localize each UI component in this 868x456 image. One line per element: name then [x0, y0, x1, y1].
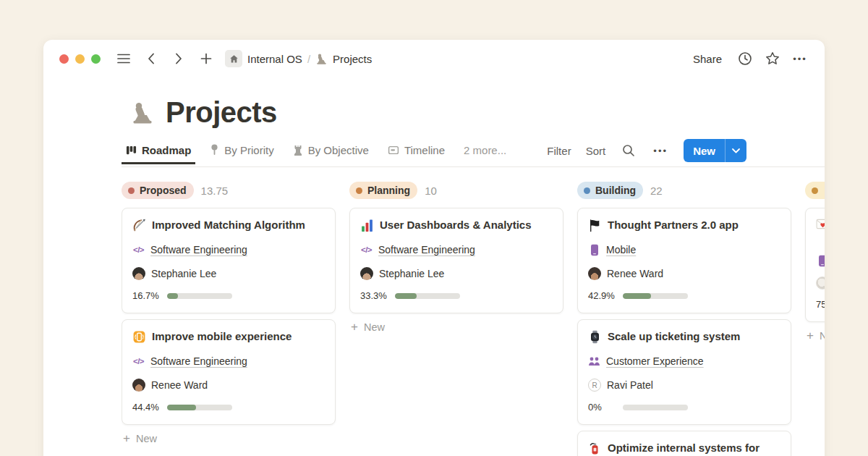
search-icon[interactable] — [620, 142, 637, 159]
black-flag-icon — [588, 219, 602, 232]
person[interactable]: Renee Ward — [132, 378, 325, 392]
card-title: Improved Matching Algorithm — [152, 217, 305, 233]
progress-value: 0% — [588, 402, 617, 413]
team-tag[interactable]: </> Software Engineering — [132, 354, 325, 368]
tag-label: Customer Experience — [606, 354, 704, 368]
team-tag[interactable]: Mobile — [588, 242, 780, 257]
tab-label: Timeline — [404, 144, 445, 156]
team-tag[interactable]: </> Software Engineering — [132, 242, 325, 257]
card-title: Scale up ticketing system — [608, 329, 740, 345]
page-header: Projects — [43, 77, 825, 129]
project-card[interactable]: 75% — [805, 208, 825, 322]
love-letter-icon — [816, 217, 825, 231]
column-building: Building 22 Thought Partners 2.0 app Mob… — [577, 182, 791, 456]
person[interactable]: Stephanie Lee — [132, 266, 325, 281]
progress-bar — [167, 405, 232, 410]
progress-bar — [167, 293, 232, 299]
topbar: Internal OS / Projects Share ••• — [43, 40, 825, 77]
tab-by-priority[interactable]: By Priority — [205, 144, 278, 164]
minimize-window-button[interactable] — [75, 54, 85, 64]
project-card[interactable]: Improved Matching Algorithm </> Software… — [122, 208, 336, 313]
team-tag[interactable]: </> Software Engineering — [360, 242, 553, 257]
progress-row: 75% — [816, 299, 825, 310]
tab-label: 2 more... — [464, 144, 506, 156]
tag-label: Software Engineering — [150, 354, 247, 368]
progress-value: 44.4% — [132, 402, 161, 413]
add-card-label: New — [820, 330, 825, 342]
team-tag[interactable]: Customer Experience — [588, 354, 780, 368]
status-badge[interactable]: Proposed — [122, 182, 194, 199]
home-icon[interactable] — [225, 50, 242, 67]
person[interactable] — [816, 276, 825, 290]
status-dot — [584, 187, 590, 194]
clock-icon[interactable] — [736, 50, 754, 67]
tab-timeline[interactable]: Timeline — [383, 144, 449, 164]
status-badge[interactable]: Planning — [349, 182, 417, 199]
tab-by-objective[interactable]: By Objective — [289, 144, 373, 164]
project-card[interactable]: Optimize internal systems for — [577, 431, 791, 456]
page-title: Projects — [166, 96, 277, 129]
project-card[interactable]: Thought Partners 2.0 app Mobile Renee Wa… — [577, 208, 791, 313]
more-options-icon[interactable]: ••• — [791, 50, 809, 67]
status-label: Building — [595, 185, 636, 196]
project-card[interactable]: Scale up ticketing system Customer Exper… — [577, 319, 791, 425]
star-icon[interactable] — [764, 50, 781, 67]
progress-bar — [623, 293, 688, 299]
person-name: Ravi Patel — [607, 378, 653, 392]
chevron-down-icon[interactable] — [725, 139, 746, 162]
tab-roadmap[interactable]: Roadmap — [122, 144, 195, 164]
microscope-icon — [130, 101, 155, 125]
filter-button[interactable]: Filter — [547, 145, 571, 157]
person-name: Renee Ward — [151, 378, 208, 392]
status-badge[interactable] — [805, 182, 825, 199]
add-card-button[interactable]: + New — [123, 432, 336, 444]
card-title: Thought Partners 2.0 app — [608, 217, 739, 233]
add-card-label: New — [364, 321, 385, 333]
progress-value: 16.7% — [132, 290, 161, 301]
status-label: Proposed — [140, 185, 187, 196]
status-dot — [812, 187, 818, 194]
status-badge[interactable]: Building — [577, 182, 643, 199]
tab-label: By Priority — [224, 144, 273, 156]
progress-value: 33.3% — [360, 290, 389, 301]
project-card[interactable]: Improve mobile experience </> Software E… — [122, 319, 336, 425]
app-window: Internal OS / Projects Share ••• Project… — [43, 40, 825, 456]
plus-icon: + — [351, 321, 358, 333]
new-page-icon[interactable] — [197, 50, 215, 67]
column-count: 22 — [650, 185, 663, 197]
new-button-label[interactable]: New — [684, 139, 725, 162]
breadcrumb-workspace[interactable]: Internal OS — [247, 53, 302, 65]
rook-icon — [293, 145, 303, 156]
add-card-button[interactable]: + New — [807, 329, 825, 342]
tab-more-views[interactable]: 2 more... — [459, 144, 511, 164]
column-planning: Planning 10 User Dashboards & Analytics … — [349, 182, 563, 456]
person[interactable]: Renee Ward — [588, 266, 780, 281]
breadcrumb: Internal OS / Projects — [225, 50, 372, 67]
sort-button[interactable]: Sort — [586, 145, 606, 157]
card-title: Improve mobile experience — [152, 329, 292, 345]
mobile-icon — [588, 244, 600, 256]
view-controls: Filter Sort ••• New — [547, 139, 746, 168]
close-window-button[interactable] — [59, 54, 69, 64]
progress-row: 44.4% — [132, 402, 325, 413]
team-tag[interactable] — [816, 255, 825, 267]
breadcrumb-page[interactable]: Projects — [333, 53, 372, 65]
progress-row: 42.9% — [588, 290, 780, 301]
breadcrumb-separator: / — [307, 53, 310, 65]
avatar — [816, 276, 825, 290]
back-icon[interactable] — [142, 50, 160, 67]
view-more-icon[interactable]: ••• — [652, 142, 669, 159]
forward-icon[interactable] — [170, 50, 187, 67]
new-button[interactable]: New — [684, 139, 746, 162]
add-card-button[interactable]: + New — [351, 321, 563, 333]
person[interactable]: Stephanie Lee — [360, 266, 553, 281]
person-name: Renee Ward — [607, 266, 663, 281]
person[interactable]: R Ravi Patel — [588, 378, 780, 392]
progress-value: 42.9% — [588, 290, 617, 301]
code-icon: </> — [360, 244, 373, 256]
project-card[interactable]: User Dashboards & Analytics </> Software… — [349, 208, 563, 313]
zoom-window-button[interactable] — [91, 54, 101, 64]
column-proposed: Proposed 13.75 Improved Matching Algorit… — [122, 182, 336, 456]
share-button[interactable]: Share — [693, 53, 722, 65]
menu-icon[interactable] — [115, 50, 132, 67]
